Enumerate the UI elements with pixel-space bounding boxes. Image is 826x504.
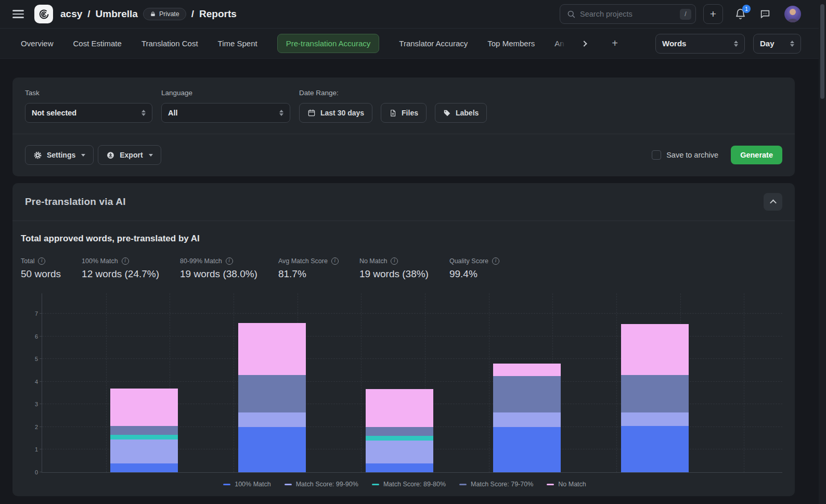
export-label: Export (120, 151, 143, 159)
task-select[interactable]: Not selected (25, 103, 152, 123)
bar-segment-match-score-99-90[interactable] (110, 440, 178, 463)
bar-segment-match-score-79-70[interactable] (238, 375, 306, 412)
breadcrumb-project[interactable]: Umbrella (96, 8, 138, 20)
bar-segment-no-match[interactable] (238, 323, 306, 375)
bar-segment-no-match[interactable] (110, 389, 178, 426)
export-button[interactable]: Export (98, 145, 161, 165)
breadcrumb-separator: / (87, 8, 90, 20)
avatar[interactable] (784, 6, 801, 22)
report-tabs: OverviewCost EstimateTranslation CostTim… (0, 29, 826, 59)
breadcrumb-separator: / (191, 8, 194, 20)
bar-stack-2[interactable] (238, 323, 306, 472)
search-icon (566, 9, 576, 19)
period-select[interactable]: Day (753, 34, 801, 54)
date-range-label: Date Range: (299, 89, 487, 97)
bar-segment-100-match[interactable] (238, 427, 306, 472)
files-filter-button[interactable]: Files (381, 103, 427, 123)
generate-button[interactable]: Generate (731, 146, 782, 164)
bar-segment-100-match[interactable] (493, 427, 561, 472)
vertical-scrollbar-thumb[interactable] (820, 4, 824, 99)
tabs-list: OverviewCost EstimateTranslation CostTim… (21, 34, 567, 53)
add-report-tab-button[interactable]: + (612, 37, 618, 49)
gridline-vertical (234, 293, 234, 472)
bar-stack-5[interactable] (621, 324, 689, 472)
vertical-scrollbar-track[interactable] (819, 0, 826, 504)
unit-select[interactable]: Words (655, 34, 745, 54)
bar-segment-100-match[interactable] (621, 426, 689, 472)
bar-segment-match-score-99-90[interactable] (238, 412, 306, 427)
search-input[interactable] (580, 10, 676, 18)
language-select[interactable]: All (161, 103, 290, 123)
privacy-badge-label: Private (159, 10, 179, 18)
scroll-tabs-right-button[interactable] (578, 38, 590, 49)
gridline-vertical (489, 293, 489, 472)
tab-overview[interactable]: Overview (21, 39, 54, 48)
save-to-archive-option[interactable]: Save to archive (652, 150, 718, 160)
stat-value: 99.4% (449, 268, 499, 280)
save-to-archive-checkbox[interactable] (652, 150, 661, 160)
tab-top-members[interactable]: Top Members (487, 39, 535, 48)
info-icon[interactable]: i (226, 257, 233, 265)
stat-value: 50 words (21, 268, 61, 280)
stat-value: 19 words (38%) (359, 268, 429, 280)
gridline-vertical (106, 293, 107, 472)
bar-segment-no-match[interactable] (493, 364, 561, 376)
bar-segment-match-score-79-70[interactable] (621, 375, 689, 412)
bar-segment-100-match[interactable] (110, 463, 178, 472)
info-icon[interactable]: i (38, 257, 45, 265)
bar-stack-4[interactable] (493, 364, 561, 472)
lock-icon (150, 11, 156, 17)
bar-segment-match-score-99-90[interactable] (366, 441, 433, 463)
tab-time-spent[interactable]: Time Spent (218, 39, 257, 48)
select-arrows-icon (790, 41, 794, 47)
search-box[interactable]: / (560, 4, 696, 24)
language-label: Language (161, 89, 290, 97)
info-icon[interactable]: i (492, 257, 499, 265)
bar-stack-3[interactable] (366, 389, 433, 472)
bar-segment-match-score-79-70[interactable] (366, 427, 433, 436)
legend-label: Match Score: 79-70% (471, 481, 533, 488)
tab-translation-cost[interactable]: Translation Cost (141, 39, 198, 48)
stat-label: Quality Scorei (449, 257, 499, 265)
tab-an[interactable]: An (554, 39, 567, 48)
bar-segment-match-score-79-70[interactable] (493, 376, 561, 412)
bar-segment-no-match[interactable] (366, 389, 433, 427)
info-icon[interactable]: i (122, 257, 129, 265)
bar-segment-match-score-99-90[interactable] (621, 412, 689, 426)
app-logo[interactable] (34, 5, 53, 23)
y-axis-tick-label: 7 (27, 311, 38, 317)
stat-avg-match-score: Avg Match Scorei81.7% (278, 257, 339, 280)
legend-swatch (372, 484, 379, 485)
bar-segment-match-score-79-70[interactable] (110, 426, 178, 435)
gridline-vertical (361, 293, 362, 472)
bar-segment-match-score-99-90[interactable] (493, 412, 561, 427)
tag-icon (443, 109, 451, 117)
info-icon[interactable]: i (331, 257, 339, 265)
bar-stack-1[interactable] (110, 389, 178, 472)
date-range-button[interactable]: Last 30 days (299, 103, 372, 123)
create-project-button[interactable]: + (703, 4, 723, 24)
collapse-card-button[interactable] (764, 193, 782, 211)
stat-label: 80-99% Matchi (180, 257, 257, 265)
bar-segment-match-score-89-80[interactable] (110, 435, 178, 440)
breadcrumb-org[interactable]: acsy (60, 8, 82, 20)
save-to-archive-label[interactable]: Save to archive (666, 151, 718, 159)
settings-button[interactable]: Settings (25, 145, 94, 165)
bar-segment-match-score-89-80[interactable] (366, 436, 433, 441)
messages-button[interactable] (758, 7, 772, 21)
tab-pre-translation-accuracy[interactable]: Pre-translation Accuracy (277, 34, 380, 53)
labels-filter-button[interactable]: Labels (435, 103, 487, 123)
menu-icon[interactable] (12, 10, 24, 18)
language-field: Language All (161, 89, 290, 123)
notifications-button[interactable]: 1 (733, 7, 747, 21)
info-icon[interactable]: i (391, 257, 398, 265)
caret-down-icon (149, 154, 153, 157)
legend-item-match-score-79-70: Match Score: 79-70% (459, 481, 533, 488)
file-icon (389, 109, 397, 117)
bar-segment-100-match[interactable] (366, 463, 433, 472)
bar-segment-no-match[interactable] (621, 324, 689, 375)
select-arrows-icon (279, 110, 283, 116)
tab-translator-accuracy[interactable]: Translator Accuracy (399, 39, 468, 48)
select-arrows-icon (734, 41, 738, 47)
tab-cost-estimate[interactable]: Cost Estimate (73, 39, 122, 48)
